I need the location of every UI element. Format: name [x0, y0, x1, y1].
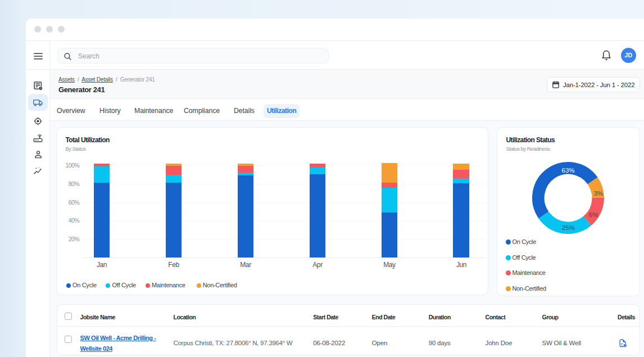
svg-text:6%: 6% — [588, 211, 598, 218]
svg-text:63%: 63% — [561, 167, 574, 174]
svg-text:3%: 3% — [593, 190, 603, 197]
svg-text:25%: 25% — [561, 224, 574, 231]
